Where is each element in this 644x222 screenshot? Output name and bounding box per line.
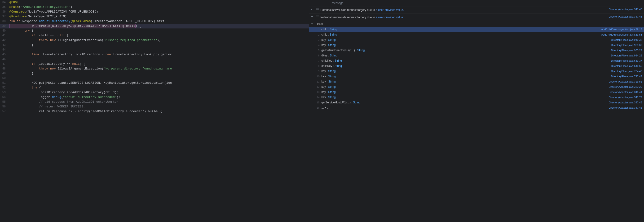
token-plain: return Response.ok().entity("addChildDir… xyxy=(10,109,163,113)
path-row-9[interactable]: 9key : StringDirectoryPlace.java:704:49 xyxy=(309,69,644,74)
path-row-2[interactable]: 2child : StringAddChildDirectoryAction.j… xyxy=(309,32,644,37)
line-content-47: if (localDirectory == null) { xyxy=(10,62,307,66)
token-annotation: @Produces xyxy=(10,15,26,18)
token-kw: final xyxy=(32,53,41,56)
path-location-4[interactable]: DirectoryPlace.java:960:67 xyxy=(611,44,642,47)
token-plain: ) xyxy=(65,15,67,18)
path-location-14[interactable]: DirectoryAdapter.java:347:79 xyxy=(608,96,642,99)
path-row-15[interactable]: 15getServiceHostURL(...) : StringDirecto… xyxy=(309,100,644,105)
token-plain xyxy=(10,38,39,42)
expand-icon-1[interactable] xyxy=(311,8,314,11)
code-line-52: 52 try { xyxy=(0,85,309,90)
warning-row-2[interactable]: Potential server-side request forgery du… xyxy=(309,14,644,21)
message-column-header: Message xyxy=(332,1,584,5)
path-table[interactable]: 1child : StringAddChildDirectoryAction.j… xyxy=(309,27,644,110)
path-row-content-5: getDefaultDirectoryKey(...) : String xyxy=(322,49,609,52)
code-line-47: 47 if (localDirectory == null) { xyxy=(0,62,309,66)
path-location-15[interactable]: DirectoryAdapter.java:347:46 xyxy=(608,101,642,104)
warning-location-2[interactable]: DirectoryAdapter.java:347:46 xyxy=(590,15,642,18)
path-row-1[interactable]: 1child : StringAddChildDirectoryAction.j… xyxy=(309,27,644,32)
path-row-num-14: 14 xyxy=(315,96,320,99)
path-row-content-11: key : String xyxy=(322,80,607,83)
path-location-13[interactable]: DirectoryAdapter.java:346:44 xyxy=(608,91,642,93)
path-row-10[interactable]: 10key : StringDirectoryPlace.java:727:47 xyxy=(309,74,644,79)
path-row-3[interactable]: 3key : StringDirectoryPlace.java:946:38 xyxy=(309,37,644,42)
line-number-54: 54 xyxy=(0,95,10,100)
path-location-3[interactable]: DirectoryPlace.java:946:38 xyxy=(611,38,642,41)
path-row-16[interactable]: 16... + ...DirectoryAdapter.java:347:46 xyxy=(309,105,644,110)
path-location-1[interactable]: AddChildDirectoryAction.java:39:13 xyxy=(601,28,642,31)
path-row-5[interactable]: 5getDefaultDirectoryKey(...) : StringDir… xyxy=(309,48,644,53)
warning-row-1[interactable]: Potential server-side request forgery du… xyxy=(309,7,644,14)
path-row-num-8: 8 xyxy=(315,64,320,67)
warning-location-1[interactable]: DirectoryAdapter.java:347:46 xyxy=(590,8,642,11)
path-row-11[interactable]: 11key : StringDirectoryAdapter.java:319:… xyxy=(309,79,644,84)
path-row-num-16: 16 xyxy=(315,106,320,109)
code-line-39: 39 @FormParam(DirectoryAdapter.DIRECTORY… xyxy=(0,24,309,29)
token-annotation: @FormParam xyxy=(72,20,90,23)
line-number-34: 34 xyxy=(0,0,10,5)
code-line-38: 38public Response addChildDirectory(@For… xyxy=(0,19,309,24)
line-content-37: @Produces(MediaType.TEXT_PLAIN) xyxy=(10,14,307,19)
path-row-12[interactable]: 12key : StringDirectoryAdapter.java:320:… xyxy=(309,84,644,89)
path-location-6[interactable]: DirectoryPlace.java:984:26 xyxy=(611,54,642,57)
line-content-42: throw new IllegalArgumentException("Miss… xyxy=(10,38,307,43)
token-annotation: @POST xyxy=(10,1,19,4)
code-line-46: 46 xyxy=(0,57,309,62)
path-location-11[interactable]: DirectoryAdapter.java:319:51 xyxy=(608,80,642,83)
path-location-10[interactable]: DirectoryPlace.java:727:47 xyxy=(611,75,642,78)
path-row-14[interactable]: 14key : StringDirectoryAdapter.java:347:… xyxy=(309,95,644,100)
path-row-8[interactable]: 8childKey : StringDirectoryPlace.java:64… xyxy=(309,63,644,69)
line-number-53: 53 xyxy=(0,90,10,95)
path-row-content-9: key : String xyxy=(322,69,609,73)
path-location-5[interactable]: DirectoryPlace.java:960:29 xyxy=(611,49,642,52)
code-line-36: 36@Consumes(MediaType.APPLICATION_FORM_U… xyxy=(0,10,309,14)
highlighted-token: @FormParam(DirectoryAdapter.DIRECTORY_NA… xyxy=(10,24,136,28)
line-number-44: 44 xyxy=(0,47,10,52)
token-plain: (MediaType. xyxy=(26,10,46,14)
token-kw: throw xyxy=(39,67,48,70)
line-number-43: 43 xyxy=(0,43,10,47)
path-location-8[interactable]: DirectoryPlace.java:646:69 xyxy=(611,64,642,67)
line-number-49: 49 xyxy=(0,71,10,76)
path-location-7[interactable]: DirectoryPlace.java:633:37 xyxy=(611,59,642,62)
token-kw: try xyxy=(32,86,37,89)
path-row-num-2: 2 xyxy=(315,33,320,36)
token-comment: // return WORKER_SUCCESS; xyxy=(10,105,85,108)
path-location-2[interactable]: AddChildDirectoryAction.java:53:53 xyxy=(601,33,642,36)
warning-lines-icon-1 xyxy=(316,8,319,10)
token-plain: APPLICATION_FORM_URLENCODED xyxy=(46,10,96,14)
token-plain: localDirectory.irdAddChildDirectory(chil… xyxy=(10,91,118,94)
panel-header: Message xyxy=(309,0,644,7)
line-number-37: 37 xyxy=(0,14,10,19)
path-row-num-1: 1 xyxy=(315,28,320,31)
token-plain: (child == xyxy=(35,34,56,37)
warning-rows: Potential server-side request forgery du… xyxy=(309,7,644,21)
path-row-content-4: key : String xyxy=(322,43,609,47)
line-content-55: // old success from AddChildDirectoryWor… xyxy=(10,100,307,104)
path-row-7[interactable]: 7childKey : StringDirectoryPlace.java:63… xyxy=(309,58,644,63)
token-plain: IllegalArgumentException( xyxy=(56,67,104,70)
token-annotation: @Consumes xyxy=(10,10,26,14)
line-number-39: 39 xyxy=(0,24,10,29)
token-plain: ) Stri xyxy=(154,20,165,23)
warning-link-1[interactable]: a user-provided value. xyxy=(376,8,404,12)
line-content-39: @FormParam(DirectoryAdapter.DIRECTORY_NA… xyxy=(10,24,307,29)
code-line-51: 51 MDC.put(MDCConstants.SERVICE_LOCATION… xyxy=(0,81,309,85)
path-location-9[interactable]: DirectoryPlace.java:704:49 xyxy=(611,70,642,73)
warning-link-2[interactable]: a user-provided value. xyxy=(376,16,404,19)
path-row-6[interactable]: 6dkey : StringDirectoryPlace.java:984:26 xyxy=(309,53,644,58)
token-plain xyxy=(10,86,32,89)
token-plain: ) { xyxy=(80,62,85,66)
path-location-16[interactable]: DirectoryAdapter.java:347:46 xyxy=(608,106,642,109)
token-plain: ); xyxy=(157,38,161,42)
token-comment: // old success from AddChildDirectoryWor… xyxy=(10,100,118,104)
path-location-12[interactable]: DirectoryAdapter.java:320:29 xyxy=(608,85,642,88)
code-line-37: 37@Produces(MediaType.TEXT_PLAIN) xyxy=(0,14,309,19)
line-number-56: 56 xyxy=(0,104,10,109)
path-row-13[interactable]: 13key : StringDirectoryAdapter.java:346:… xyxy=(309,89,644,95)
path-row-4[interactable]: 4key : StringDirectoryPlace.java:960:67 xyxy=(309,42,644,48)
code-line-48: 48 throw new IllegalArgumentException("N… xyxy=(0,66,309,71)
token-kw: null xyxy=(72,62,80,66)
expand-icon-2[interactable] xyxy=(311,15,314,18)
